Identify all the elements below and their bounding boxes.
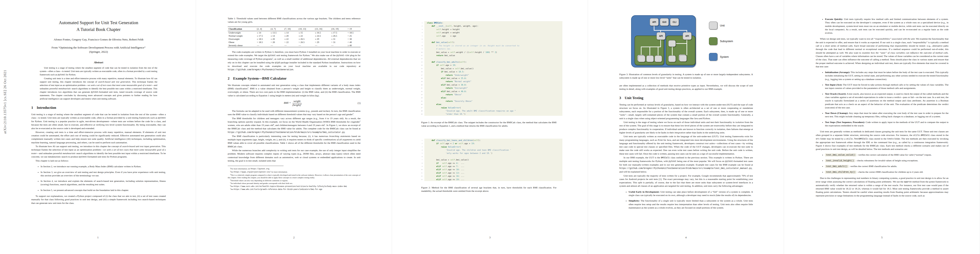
line-number: 10	[415, 168, 424, 171]
line-number: 14	[415, 64, 424, 67]
figure-3-diagram: API GUI CLI API API Unit Subsystem Syste…	[623, 15, 749, 68]
line-number: 6	[415, 37, 424, 41]
bmi-threshold-table: Classification[2, 4](4, 7](7, 10](10, 13…	[228, 27, 361, 47]
paragraph: To support our explanations, we created …	[31, 194, 166, 204]
line-number: 3	[415, 145, 424, 149]
connector-line	[641, 46, 641, 56]
paragraph: Unit tests are generally written as meth…	[816, 130, 948, 151]
list-item: Simplicity: The functionality of a singl…	[628, 199, 753, 209]
figure-3-caption: Figure 3: Illustration of common levels …	[619, 73, 753, 80]
footnote: 3This is a relatively simple program com…	[228, 174, 361, 179]
code-line: 27 raise ValueError(	[415, 106, 562, 109]
table-header-cell: Classification	[228, 27, 256, 31]
list-item: In Section 2, we introduce our running e…	[41, 165, 166, 168]
line-number: 10	[415, 51, 424, 54]
footnote: 4Threshold values can also vary dependin…	[228, 179, 361, 182]
table-cell: —	[314, 44, 330, 47]
connector-line	[658, 46, 659, 56]
code-line: 8 if self.age <= 4: ...	[415, 161, 562, 165]
paragraph: The code examples are written in Python …	[228, 50, 361, 71]
line-number: 21	[415, 86, 424, 89]
table-row: Normal weight≤ 17.5≤ 14≤ 20≤ 22≤ 24.5≤ 2…	[228, 34, 361, 37]
unit-box	[646, 56, 654, 62]
code-line: 28 "Invalid age. The adult BMI classific…	[415, 109, 562, 112]
page-3: 1class BMICalc:2 def __init__(self, heig…	[392, 0, 588, 254]
code-line: 3 self.height = height	[415, 28, 562, 31]
code-listing-bmicalc: 1class BMICalc:2 def __init__(self, heig…	[415, 21, 562, 116]
paragraph: are often implemented as a collection of…	[619, 84, 753, 91]
page-4-content: API GUI CLI API API Unit Subsystem Syste…	[588, 0, 784, 212]
code-line: 12	[415, 57, 562, 60]
list-item: In Section 4, we introduce and explain t…	[41, 179, 166, 186]
table-cell: ≤ 13.5	[270, 31, 283, 34]
paragraph: Due to the challenges in representing re…	[816, 176, 948, 197]
page-1: arXiv:2110.13575v1 [cs.SE] 26 Oct 2021 A…	[0, 0, 196, 254]
list-item: Useful Early in Development: Unit testin…	[628, 190, 753, 197]
legend-label-system: System	[720, 56, 729, 58]
code-line: 1 def classify_bmi_teens_and_children(se…	[415, 139, 562, 142]
table-cell: ≤ 17.5	[331, 31, 347, 34]
table-cell: ≤ 31	[331, 37, 347, 41]
table-cell: Underweight	[228, 31, 256, 34]
table-cell: —	[270, 44, 283, 47]
table-cell: ≤ 20	[283, 34, 298, 37]
table-cell: ≤ 22	[283, 37, 298, 41]
section-title: Unit Testing	[625, 96, 643, 100]
code-line: 19 return "Normal weight"	[415, 80, 562, 83]
page-number: 1	[0, 236, 196, 239]
code-line: 5 self.age = age	[415, 34, 562, 37]
paper-title-line2: A Tutorial Book Chapter	[76, 27, 121, 32]
page-1-content: Automated Support for Unit Test Generati…	[0, 0, 196, 205]
table-row: Obese> 18.5> 20> 22> 26.5> 29> 31< 40	[228, 41, 361, 44]
table-cell: —	[298, 44, 314, 47]
paragraph: In our BMI example, the UUT is the BMICa…	[619, 156, 753, 174]
section-number: 2	[228, 77, 230, 81]
connector-line	[687, 39, 687, 55]
table-cell: > 22	[283, 41, 298, 44]
book-source-line2: (Springer, 2022)	[89, 50, 108, 53]
footnote: 7See https://www.who.int/tools/growth-re…	[228, 188, 361, 191]
abstract-paragraph: Creating unit tests is a time and effort…	[40, 77, 157, 100]
list-item: Execute Quickly: Unit tests typically re…	[825, 18, 948, 35]
code-line: 29 "older than 19.")	[415, 112, 562, 115]
table-cell: —	[256, 44, 270, 47]
table-cell: ≤ 26.5	[298, 37, 314, 41]
footnote: 2See https://pypi.org/project/pytest-cov…	[228, 171, 361, 174]
line-number: 9	[415, 165, 424, 168]
footnote: 6See https://www.euro.who.int/en/health-…	[228, 185, 361, 188]
code-line: 9 elif self.age <= 7: ...	[415, 165, 562, 168]
table-cell: < 18.5	[347, 31, 361, 34]
unit-box	[655, 56, 662, 62]
line-number: 4	[415, 31, 424, 34]
code-line: 4 'Invalid age. The children and teen BM…	[415, 149, 562, 152]
table-cell: > 18.5	[256, 41, 270, 44]
table-header-cell: (16, 19]	[331, 27, 347, 31]
table-cell: < 25	[347, 34, 361, 37]
line-number: 28	[415, 109, 424, 112]
table-cell: —	[283, 44, 298, 47]
table-cell: ≤ 15	[298, 31, 314, 34]
page-number: 3	[392, 236, 588, 239]
code-line: 4 self.weight = weight	[415, 31, 562, 34]
table-cell: ≤ 20	[270, 37, 283, 41]
code-line: 18 elif bmi_value < 25.0:	[415, 77, 562, 80]
table-header-cell: (10, 13]	[298, 27, 314, 31]
paragraph: The BMI thresholds for children and teen…	[228, 117, 361, 134]
footnote-rule	[228, 166, 283, 166]
code-line: 6	[415, 37, 562, 41]
page-4: API GUI CLI API API Unit Subsystem Syste…	[588, 0, 784, 254]
table-cell: ≤ 14	[270, 34, 283, 37]
advantages-list: Useful Early in Development: Unit testin…	[619, 190, 753, 209]
line-number: 19	[415, 80, 424, 83]
code-line: 10 elif self.age <= 10: ...	[415, 168, 562, 171]
connector-line	[654, 26, 654, 30]
line-number: 8	[415, 44, 424, 47]
code-line: 14 if self.age > 19:	[415, 64, 562, 67]
table-cell: Severely obese	[228, 44, 256, 47]
list-item: test_invalid_height() : checks robustnes…	[825, 159, 948, 162]
line-number: 4	[415, 149, 424, 152]
line-number: 13	[415, 178, 424, 181]
code-line: 11 return bmi_value	[415, 54, 562, 57]
line-number: 1	[415, 21, 424, 24]
line-number: 17	[415, 73, 424, 77]
